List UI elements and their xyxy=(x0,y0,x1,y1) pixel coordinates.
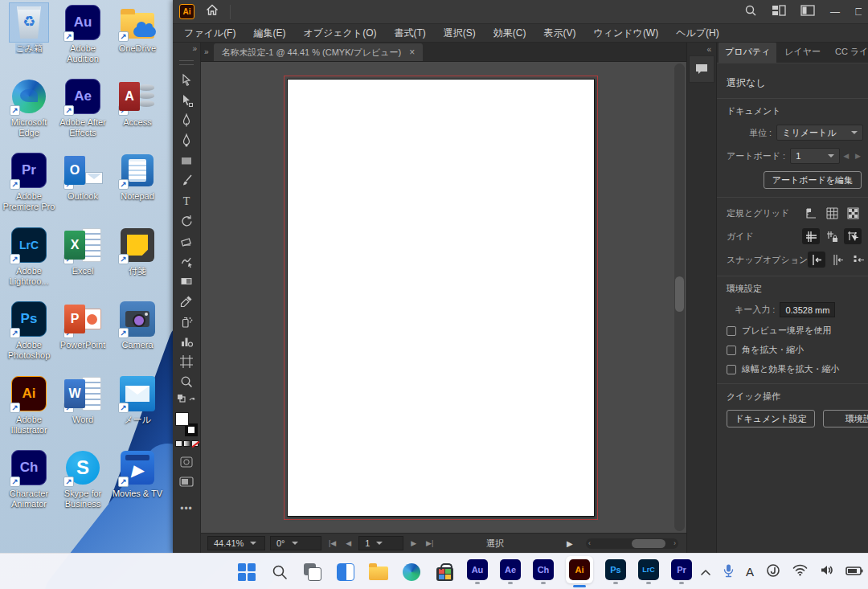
desktop-icon-microsoft-edge[interactable]: ↗ Microsoft Edge xyxy=(2,77,56,138)
desktop-icon-powerpoint[interactable]: P↗ PowerPoint xyxy=(55,300,110,350)
vertical-scrollbar[interactable] xyxy=(674,63,685,531)
previous-artboard-icon[interactable]: ◀ xyxy=(840,152,852,160)
snap-to-point-button[interactable] xyxy=(808,252,825,268)
file-explorer-button[interactable] xyxy=(367,563,390,580)
snap-to-grid-button[interactable] xyxy=(829,252,846,268)
menu-effect[interactable]: 効果(C) xyxy=(493,27,526,40)
desktop-icon-character-animator[interactable]: Ch↗ Character Animator xyxy=(2,448,56,509)
none-swatch-button[interactable] xyxy=(191,440,199,447)
desktop-icon-notepad[interactable]: ↗ Notepad xyxy=(110,151,165,202)
menu-help[interactable]: ヘルプ(H) xyxy=(676,27,719,40)
horizontal-scrollbar[interactable]: ‹ › xyxy=(586,538,678,549)
last-artboard-button[interactable]: ▶| xyxy=(424,539,436,547)
vertical-scrollbar-thumb[interactable] xyxy=(675,276,684,312)
desktop-icon-mail[interactable]: ↗ メール xyxy=(110,374,165,425)
rectangle-tool[interactable] xyxy=(176,150,197,170)
taskbar-after-effects[interactable]: Ae xyxy=(499,559,522,584)
artboard[interactable] xyxy=(287,79,595,517)
taskbar-premiere-pro[interactable]: Pr xyxy=(670,559,693,584)
comments-panel-button[interactable] xyxy=(689,55,714,83)
key-input-field[interactable]: 0.3528 mm xyxy=(780,302,835,317)
volume-icon[interactable] xyxy=(820,564,833,579)
taskbar-audition[interactable]: Au xyxy=(466,559,489,584)
desktop-icon-skype-for-business[interactable]: S↗ Skype for Business xyxy=(55,448,110,509)
home-icon[interactable] xyxy=(206,4,219,19)
wifi-icon[interactable] xyxy=(792,564,808,579)
microsoft-store-button[interactable] xyxy=(433,563,456,581)
selection-tool[interactable] xyxy=(176,70,197,90)
edge-taskbar-button[interactable] xyxy=(400,563,423,581)
document-setup-button[interactable]: ドキュメント設定 xyxy=(727,410,815,427)
menu-edit[interactable]: 編集(E) xyxy=(253,27,285,40)
default-fill-stroke-and-swap[interactable] xyxy=(176,391,197,407)
search-icon[interactable] xyxy=(744,4,757,20)
previous-artboard-button[interactable]: ◀ xyxy=(343,539,354,547)
snap-to-pixel-button[interactable] xyxy=(850,252,867,268)
unit-dropdown[interactable]: ミリメートル xyxy=(776,125,863,141)
artboard-navigation-field[interactable]: 1 xyxy=(358,536,403,550)
next-artboard-button[interactable]: ▶ xyxy=(408,539,419,547)
preview-bounds-option[interactable]: プレビュー境界を使用 xyxy=(727,325,868,337)
desktop-icon-sticky-notes[interactable]: ↗ 付箋 xyxy=(110,226,165,276)
rotate-tool[interactable] xyxy=(176,211,197,231)
minimize-button[interactable]: — xyxy=(829,6,841,18)
start-button[interactable] xyxy=(235,563,258,581)
checkbox-icon[interactable] xyxy=(727,346,736,355)
desktop-icon-photoshop[interactable]: Ps↗ Adobe Photoshop xyxy=(2,300,56,361)
scroll-right-icon[interactable]: › xyxy=(671,539,678,547)
tab-overflow-icon[interactable]: » xyxy=(201,47,214,61)
edit-toolbar-button[interactable]: ••• xyxy=(180,503,193,514)
edit-artboards-button[interactable]: アートボードを編集 xyxy=(764,171,862,189)
taskbar-lightroom-classic[interactable]: LrC xyxy=(637,559,660,584)
drawing-modes-button[interactable] xyxy=(176,452,197,472)
graph-tool[interactable] xyxy=(176,331,197,351)
ime-input-mode-indicator[interactable]: A xyxy=(746,565,754,579)
collapse-panels-icon[interactable]: « xyxy=(706,43,716,55)
tab-properties[interactable]: プロパティ xyxy=(719,43,776,63)
next-artboard-icon[interactable]: ▶ xyxy=(852,152,864,160)
taskbar-photoshop[interactable]: Ps xyxy=(604,559,627,584)
desktop-icon-after-effects[interactable]: Ae↗ Adobe After Effects xyxy=(55,77,110,138)
checkbox-icon[interactable] xyxy=(727,326,736,336)
taskbar-illustrator-active[interactable]: Ai xyxy=(565,556,594,587)
zoom-tool[interactable] xyxy=(176,371,197,391)
rotation-field[interactable]: 0° xyxy=(270,536,321,550)
menu-window[interactable]: ウィンドウ(W) xyxy=(593,27,658,40)
screen-mode-button[interactable] xyxy=(176,472,197,492)
status-menu-arrow-icon[interactable]: ▶ xyxy=(567,539,573,548)
desktop-icon-recycle-bin[interactable]: ごみ箱 xyxy=(2,3,56,54)
desktop-icon-access[interactable]: A↗ Access xyxy=(110,77,165,128)
show-grid-button[interactable] xyxy=(823,205,841,221)
desktop-icon-movies-tv[interactable]: ▶↗ Movies & TV xyxy=(110,448,165,499)
workspace-switcher-icon[interactable] xyxy=(772,5,786,19)
show-transparency-grid-button[interactable] xyxy=(844,205,862,221)
document-tab[interactable]: 名称未設定-1 @ 44.41 % (CMYK/プレビュー) × xyxy=(214,43,424,61)
desktop-icon-adobe-audition[interactable]: Au↗ Adobe Audition xyxy=(55,3,110,64)
fill-color-swatch[interactable] xyxy=(175,412,189,426)
scale-corners-option[interactable]: 角を拡大・縮小 xyxy=(727,344,868,356)
lock-guides-button[interactable] xyxy=(823,228,841,244)
maximize-button[interactable]: ❒ xyxy=(855,6,862,18)
tray-overflow-chevron-icon[interactable] xyxy=(700,565,711,579)
microphone-icon[interactable] xyxy=(723,563,734,581)
task-view-button[interactable] xyxy=(301,563,324,581)
gradient-swatch-button[interactable] xyxy=(183,440,190,447)
menu-object[interactable]: オブジェクト(O) xyxy=(303,27,376,40)
pen-tool[interactable] xyxy=(176,110,197,130)
status-display[interactable]: 選択 xyxy=(486,538,504,550)
fill-stroke-indicator[interactable] xyxy=(175,412,198,436)
canvas[interactable] xyxy=(201,62,686,533)
ime-mode-icon[interactable] xyxy=(766,563,780,581)
direct-selection-tool[interactable] xyxy=(176,90,197,110)
taskbar-character-animator[interactable]: Ch xyxy=(532,559,555,584)
artboard-dropdown[interactable]: 1 xyxy=(790,148,840,164)
show-guides-button[interactable] xyxy=(802,228,820,244)
gradient-tool[interactable] xyxy=(176,271,197,291)
desktop-icon-word[interactable]: W↗ Word xyxy=(55,374,110,425)
curvature-tool[interactable] xyxy=(176,130,197,150)
tab-cc-libraries[interactable]: CC ライブラリ xyxy=(829,43,868,63)
desktop-icon-onedrive[interactable]: ↗ OneDrive xyxy=(110,3,165,54)
toolbar-expand-icon[interactable]: » xyxy=(173,44,200,60)
eraser-tool[interactable] xyxy=(176,231,197,251)
toolbar-grip[interactable] xyxy=(179,60,194,65)
